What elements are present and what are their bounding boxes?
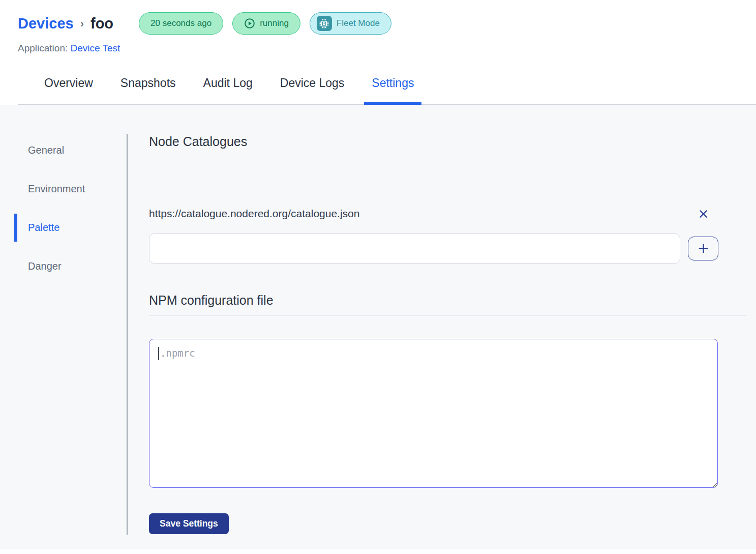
npmrc-editor-wrap (149, 339, 718, 488)
sidebar-divider (127, 134, 128, 535)
page-header: Devices › foo 20 seconds ago running (0, 0, 756, 105)
section-divider (149, 157, 746, 157)
application-link[interactable]: Device Test (71, 43, 120, 53)
catalogue-url-text: https://catalogue.nodered.org/catalogue.… (149, 208, 359, 220)
breadcrumb-devices-link[interactable]: Devices (18, 15, 74, 32)
breadcrumb-current-device: foo (90, 15, 113, 32)
npm-config-section: NPM configuration file (149, 293, 746, 316)
new-catalogue-input[interactable] (149, 234, 680, 264)
npm-config-title: NPM configuration file (149, 293, 746, 308)
application-row: Application: Device Test (18, 43, 756, 54)
breadcrumb-separator-icon: › (80, 17, 84, 31)
plus-icon (697, 242, 710, 255)
chip-icon (317, 16, 332, 31)
save-settings-button[interactable]: Save Settings (149, 513, 229, 534)
catalogue-entry-row: https://catalogue.nodered.org/catalogue.… (149, 206, 718, 221)
last-seen-badge: 20 seconds ago (139, 12, 223, 35)
settings-sidebar: General Environment Palette Danger (0, 105, 127, 549)
status-badge-label: running (260, 18, 289, 28)
application-label: Application: (18, 43, 68, 53)
node-catalogues-title: Node Catalogues (149, 134, 746, 149)
settings-content: General Environment Palette Danger Node … (0, 105, 756, 549)
tab-device-logs[interactable]: Device Logs (273, 76, 352, 105)
mode-badge: Fleet Mode (310, 12, 391, 35)
device-tabs: Overview Snapshots Audit Log Device Logs… (18, 76, 756, 105)
close-icon (697, 208, 710, 220)
tab-audit-log[interactable]: Audit Log (196, 76, 260, 105)
breadcrumb: Devices › foo 20 seconds ago running (18, 12, 756, 35)
palette-settings-panel: Node Catalogues https://catalogue.nodere… (149, 105, 746, 549)
play-circle-icon (244, 18, 255, 29)
add-catalogue-row (149, 234, 718, 264)
last-seen-badge-label: 20 seconds ago (150, 18, 211, 28)
tab-snapshots[interactable]: Snapshots (113, 76, 184, 105)
tab-settings[interactable]: Settings (364, 76, 421, 105)
status-badges: 20 seconds ago running (139, 12, 391, 35)
tab-overview[interactable]: Overview (37, 76, 101, 105)
section-divider (149, 315, 746, 316)
npmrc-textarea[interactable] (149, 339, 718, 488)
status-badge: running (232, 12, 300, 35)
sidebar-item-palette[interactable]: Palette (0, 215, 127, 241)
remove-catalogue-button[interactable] (688, 206, 718, 221)
mode-badge-label: Fleet Mode (337, 18, 380, 28)
sidebar-item-general[interactable]: General (0, 137, 127, 163)
add-catalogue-button[interactable] (688, 237, 718, 260)
sidebar-item-environment[interactable]: Environment (0, 176, 127, 202)
sidebar-item-danger[interactable]: Danger (0, 253, 127, 279)
